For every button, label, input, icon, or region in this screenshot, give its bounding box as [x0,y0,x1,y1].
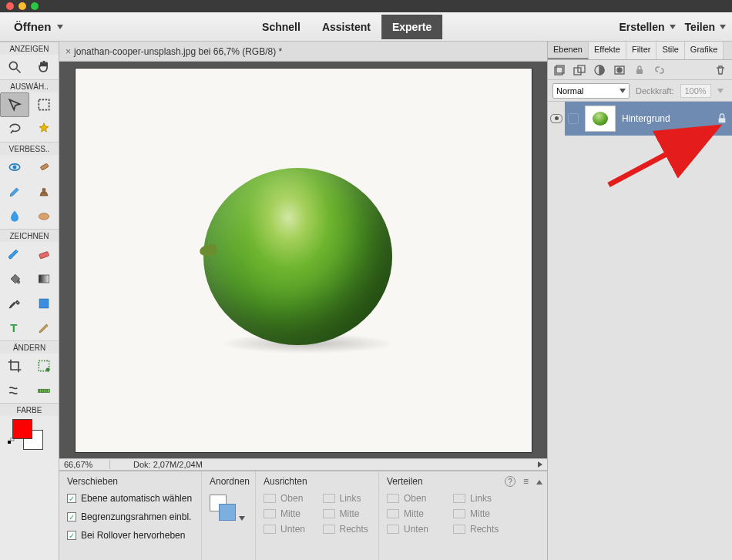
layer-thumbnail[interactable] [585,106,616,132]
pencil-tool[interactable] [29,316,59,340]
layer-mask-icon[interactable] [613,63,626,77]
distribute-right[interactable]: Rechts [453,524,509,535]
tab-stile[interactable]: Stile [656,42,684,59]
hand-tool[interactable] [29,55,59,79]
teilen-button[interactable]: Teilen [685,21,726,33]
svg-rect-8 [39,275,49,283]
blend-opacity-row: Normal Deckkraft: 100% [548,80,732,102]
magic-wand-tool[interactable] [29,117,59,142]
brush-tool[interactable] [0,242,29,267]
eyedropper-tool[interactable] [0,291,29,316]
window-close-dot[interactable] [6,2,14,10]
blend-mode-select[interactable]: Normal [552,83,630,99]
delete-layer-icon[interactable] [714,63,727,77]
toolbox: ANZEIGEN AUSWÄH.. VERBESS.. ZEICHNEN T [0,42,59,560]
tab-effekte[interactable]: Effekte [589,42,626,59]
clone-stamp-tool[interactable] [29,179,59,204]
tab-schnell[interactable]: Schnell [251,15,311,39]
options-collapse-icon[interactable] [536,480,542,485]
status-expand-icon[interactable] [538,460,542,469]
layer-lock-icon[interactable] [717,113,727,124]
distribute-middle-v[interactable]: Mitte [453,508,509,519]
visibility-eye-icon[interactable] [550,114,562,123]
sponge-tool[interactable] [29,204,59,229]
distribute-bottom[interactable]: Unten [387,524,442,535]
lasso-tool[interactable] [0,117,29,142]
smart-brush-tool[interactable] [0,179,29,204]
appbar-right-actions: Erstellen Teilen [619,21,726,33]
align-bottom[interactable]: Unten [264,524,312,535]
tab-grafiken[interactable]: Grafike [685,42,724,59]
eraser-tool[interactable] [29,242,59,267]
options-menu-icon[interactable]: ≡ [523,476,529,487]
tab-assistent[interactable]: Assistent [311,15,381,39]
tab-ebenen[interactable]: Ebenen [548,42,589,59]
layer-visibility-col [548,102,565,136]
caret-down-icon [720,25,726,29]
align-middle-h[interactable]: Mitte [264,508,312,519]
canvas-area[interactable] [59,62,547,458]
link-layers-icon[interactable] [653,63,667,77]
zoom-level[interactable]: 66,67% [64,460,110,469]
straighten-tool[interactable] [29,378,59,403]
arrange-dropdown-icon[interactable] [239,516,245,521]
check-rollover[interactable]: ✓Bei Rollover hervorheben [67,530,193,541]
svg-line-1 [17,69,21,73]
options-anordnen: Anordnen [202,471,256,560]
opacity-value[interactable]: 100% [680,84,711,98]
svg-rect-14 [8,441,11,444]
document-tab[interactable]: × jonathan-cooper-unsplash.jpg bei 66,7%… [65,46,282,57]
content-aware-tool[interactable] [0,378,29,403]
move-tool[interactable] [0,92,29,117]
shape-tool[interactable] [29,291,59,316]
tool-options-panel: Verschieben ✓Ebene automatisch wählen ✓B… [59,471,547,560]
panel-menu-icon[interactable]: ⋮≡ [724,42,732,59]
right-panels: Ebenen Effekte Filter Stile Grafike ⋮≡ N… [547,42,732,560]
open-menu-button[interactable]: Öffnen [6,15,71,38]
marquee-tool[interactable] [29,92,59,117]
adjustment-layer-icon[interactable] [593,63,606,77]
section-anzeigen: ANZEIGEN [0,42,59,55]
redeye-tool[interactable] [0,155,29,179]
spot-heal-tool[interactable] [29,155,59,179]
paint-bucket-tool[interactable] [0,267,29,291]
foreground-color[interactable] [12,419,32,439]
align-right[interactable]: Rechts [323,524,371,535]
svg-rect-24 [719,118,726,122]
crop-tool[interactable] [0,354,29,378]
align-top[interactable]: Oben [264,493,312,504]
new-layer-icon[interactable] [552,63,566,77]
distribute-middle-h[interactable]: Mitte [387,508,442,519]
align-left[interactable]: Links [323,493,371,504]
arrange-back-icon[interactable] [219,504,236,521]
distribute-top[interactable]: Oben [387,493,442,504]
close-tab-icon[interactable]: × [65,46,71,57]
section-auswaehlen: AUSWÄH.. [0,79,59,92]
lock-layers-icon[interactable] [633,63,646,77]
svg-rect-23 [636,69,643,74]
tab-filter[interactable]: Filter [626,42,656,59]
zoom-tool[interactable] [0,55,29,79]
check-bounds[interactable]: ✓Begrenzungsrahmen einbl. [67,511,193,522]
check-auto-select[interactable]: ✓Ebene automatisch wählen [67,493,193,504]
gradient-tool[interactable] [29,267,59,291]
opacity-dropdown-icon[interactable] [717,89,724,93]
layer-link-icon[interactable] [568,113,579,124]
window-minimize-dot[interactable] [18,2,26,10]
panel-tabs: Ebenen Effekte Filter Stile Grafike ⋮≡ [548,42,732,60]
options-verteilen: Verteilen Oben Links Mitte Mitte Unten R… [379,471,516,560]
recompose-tool[interactable] [29,354,59,378]
tab-experte[interactable]: Experte [381,15,442,39]
blur-tool[interactable] [0,204,29,229]
canvas[interactable] [76,69,532,452]
new-group-icon[interactable] [573,63,586,77]
opacity-label: Deckkraft: [636,86,674,96]
distribute-left[interactable]: Links [453,493,509,504]
align-middle-v[interactable]: Mitte [323,508,371,519]
color-swatches[interactable] [0,416,59,451]
help-icon[interactable]: ? [505,476,515,487]
layer-row-hintergrund[interactable]: Hintergrund [565,102,732,136]
erstellen-button[interactable]: Erstellen [619,21,675,33]
text-tool[interactable]: T [0,316,29,340]
window-zoom-dot[interactable] [31,2,39,10]
